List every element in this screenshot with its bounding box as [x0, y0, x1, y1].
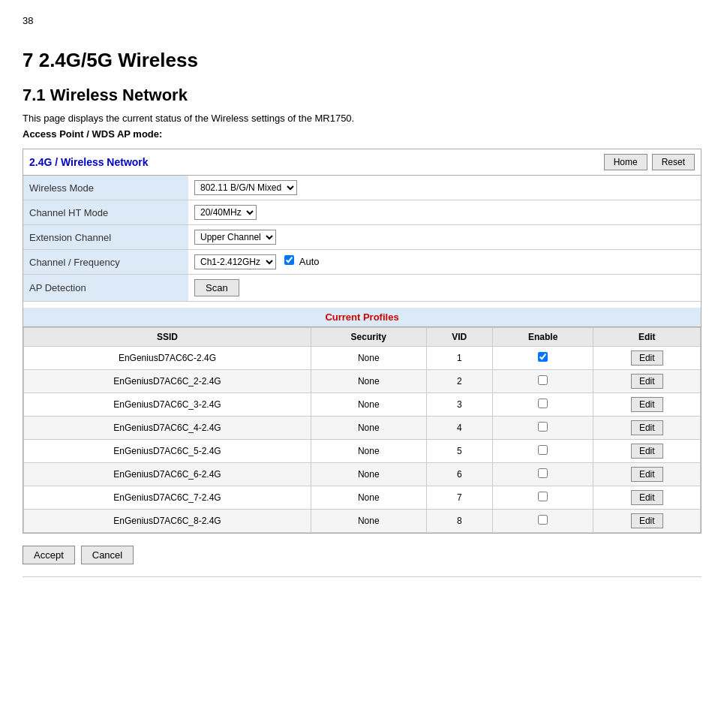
enable-checkbox[interactable] — [538, 352, 548, 362]
security-cell: None — [311, 510, 426, 533]
profiles-header: Current Profiles — [23, 308, 701, 327]
enable-checkbox[interactable] — [538, 375, 548, 385]
ssid-cell: EnGeniusD7AC6C_6-2.4G — [24, 463, 311, 486]
enable-checkbox[interactable] — [538, 399, 548, 408]
security-cell: None — [311, 440, 426, 463]
edit-cell: Edit — [593, 510, 701, 533]
edit-button[interactable]: Edit — [631, 374, 663, 389]
chapter-title: 7 2.4G/5G Wireless — [23, 49, 701, 72]
extension-channel-value: Upper Channel Lower Channel — [188, 225, 701, 250]
edit-button[interactable]: Edit — [631, 444, 663, 459]
edit-cell: Edit — [593, 463, 701, 486]
edit-button[interactable]: Edit — [631, 513, 663, 528]
table-row: EnGeniusD7AC6C_2-2.4GNone2Edit — [24, 370, 701, 393]
enable-cell — [492, 510, 593, 533]
edit-cell: Edit — [593, 393, 701, 417]
wireless-mode-row: Wireless Mode 802.11 B/G/N Mixed 802.11 … — [23, 176, 701, 200]
enable-checkbox[interactable] — [538, 515, 548, 525]
enable-cell — [492, 347, 593, 370]
table-row: EnGeniusD7AC6C_6-2.4GNone6Edit — [24, 463, 701, 486]
channel-ht-mode-select[interactable]: 20/40MHz 20MHz 40MHz — [194, 205, 257, 220]
col-edit: Edit — [593, 328, 701, 347]
panel-button-group: Home Reset — [604, 154, 695, 170]
profiles-table-header-row: SSID Security VID Enable Edit — [24, 328, 701, 347]
channel-ht-mode-label: Channel HT Mode — [23, 200, 188, 225]
enable-cell — [492, 417, 593, 440]
bottom-button-group: Accept Cancel — [23, 546, 701, 564]
enable-cell — [492, 393, 593, 417]
section-description: This page displays the current status of… — [23, 113, 701, 124]
vid-cell: 1 — [426, 347, 492, 370]
ssid-cell: EnGeniusD7AC6C_4-2.4G — [24, 417, 311, 440]
enable-checkbox[interactable] — [538, 445, 548, 455]
edit-cell: Edit — [593, 486, 701, 510]
cancel-button[interactable]: Cancel — [81, 546, 134, 564]
panel-title: 2.4G / Wireless Network — [29, 156, 149, 168]
ap-detection-value: Scan — [188, 275, 701, 302]
channel-frequency-value: Ch1-2.412GHz Ch2-2.417GHz Ch3-2.422GHz C… — [188, 250, 701, 275]
enable-cell — [492, 370, 593, 393]
table-row: EnGeniusD7AC6C_3-2.4GNone3Edit — [24, 393, 701, 417]
enable-checkbox[interactable] — [538, 468, 548, 478]
profiles-table: SSID Security VID Enable Edit EnGeniusD7… — [23, 327, 701, 533]
channel-ht-mode-value: 20/40MHz 20MHz 40MHz — [188, 200, 701, 225]
panel-header: 2.4G / Wireless Network Home Reset — [23, 149, 701, 176]
settings-table: Wireless Mode 802.11 B/G/N Mixed 802.11 … — [23, 176, 701, 302]
ssid-cell: EnGeniusD7AC6C_8-2.4G — [24, 510, 311, 533]
reset-button[interactable]: Reset — [652, 154, 695, 170]
auto-checkbox[interactable] — [284, 255, 294, 265]
section-title: 7.1 Wireless Network — [23, 86, 701, 105]
extension-channel-select[interactable]: Upper Channel Lower Channel — [194, 230, 276, 245]
enable-checkbox[interactable] — [538, 422, 548, 432]
ssid-cell: EnGeniusD7AC6C_2-2.4G — [24, 370, 311, 393]
security-cell: None — [311, 370, 426, 393]
wireless-mode-value: 802.11 B/G/N Mixed 802.11 B/G Mixed 802.… — [188, 176, 701, 200]
channel-frequency-select[interactable]: Ch1-2.412GHz Ch2-2.417GHz Ch3-2.422GHz C… — [194, 254, 276, 269]
edit-cell: Edit — [593, 440, 701, 463]
scan-button[interactable]: Scan — [194, 279, 239, 296]
security-cell: None — [311, 486, 426, 510]
vid-cell: 5 — [426, 440, 492, 463]
edit-button[interactable]: Edit — [631, 350, 663, 366]
enable-cell — [492, 486, 593, 510]
table-row: EnGeniusD7AC6C_5-2.4GNone5Edit — [24, 440, 701, 463]
ap-detection-row: AP Detection Scan — [23, 275, 701, 302]
wireless-network-panel: 2.4G / Wireless Network Home Reset Wirel… — [23, 149, 701, 534]
home-button[interactable]: Home — [604, 154, 647, 170]
wireless-mode-select[interactable]: 802.11 B/G/N Mixed 802.11 B/G Mixed 802.… — [194, 180, 297, 195]
table-row: EnGeniusD7AC6C-2.4GNone1Edit — [24, 347, 701, 370]
vid-cell: 3 — [426, 393, 492, 417]
ap-detection-label: AP Detection — [23, 275, 188, 302]
table-row: EnGeniusD7AC6C_7-2.4GNone7Edit — [24, 486, 701, 510]
edit-button[interactable]: Edit — [631, 397, 663, 412]
accept-button[interactable]: Accept — [23, 546, 75, 564]
enable-cell — [492, 440, 593, 463]
security-cell: None — [311, 347, 426, 370]
enable-checkbox[interactable] — [538, 492, 548, 501]
extension-channel-row: Extension Channel Upper Channel Lower Ch… — [23, 225, 701, 250]
table-row: EnGeniusD7AC6C_8-2.4GNone8Edit — [24, 510, 701, 533]
ssid-cell: EnGeniusD7AC6C_3-2.4G — [24, 393, 311, 417]
edit-cell: Edit — [593, 417, 701, 440]
security-cell: None — [311, 463, 426, 486]
auto-label: Auto — [299, 256, 320, 267]
ssid-cell: EnGeniusD7AC6C-2.4G — [24, 347, 311, 370]
vid-cell: 6 — [426, 463, 492, 486]
col-security: Security — [311, 328, 426, 347]
security-cell: None — [311, 417, 426, 440]
profiles-section: Current Profiles SSID Security VID Enabl… — [23, 308, 701, 533]
channel-frequency-row: Channel / Frequency Ch1-2.412GHz Ch2-2.4… — [23, 250, 701, 275]
edit-button[interactable]: Edit — [631, 467, 663, 482]
edit-button[interactable]: Edit — [631, 490, 663, 505]
table-row: EnGeniusD7AC6C_4-2.4GNone4Edit — [24, 417, 701, 440]
col-ssid: SSID — [24, 328, 311, 347]
ssid-cell: EnGeniusD7AC6C_7-2.4G — [24, 486, 311, 510]
vid-cell: 2 — [426, 370, 492, 393]
bottom-divider — [23, 576, 701, 577]
edit-button[interactable]: Edit — [631, 420, 663, 435]
edit-cell: Edit — [593, 347, 701, 370]
wireless-mode-label: Wireless Mode — [23, 176, 188, 200]
col-vid: VID — [426, 328, 492, 347]
channel-frequency-label: Channel / Frequency — [23, 250, 188, 275]
enable-cell — [492, 463, 593, 486]
